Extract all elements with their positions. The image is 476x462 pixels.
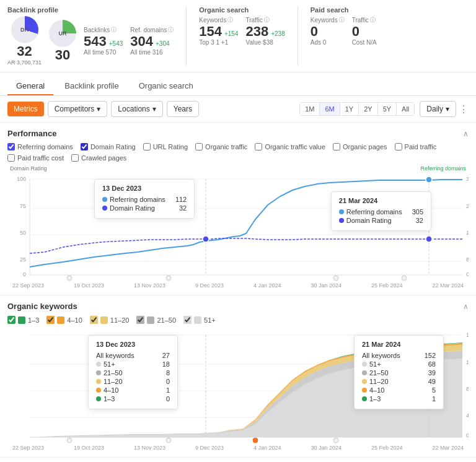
interval-button[interactable]: Daily ▾ — [420, 101, 456, 117]
ur-gauge-label: UR — [59, 30, 67, 37]
svg-text:80: 80 — [466, 386, 469, 392]
organic-traffic-sub: Value $38 — [245, 39, 273, 46]
refdomains-alltime: All time 316 — [130, 49, 162, 56]
paid-keywords-sub: Ads 0 — [311, 39, 327, 46]
performance-x-labels: 22 Sep 2023 19 Oct 2023 13 Nov 2023 9 De… — [7, 281, 469, 289]
performance-checkboxes-row2: Paid traffic cost Crawled pages — [7, 154, 469, 162]
backlink-profile-section: Backlink profile DR 32 AR 3,700,731 UR 3… — [7, 6, 187, 66]
cb-organic-traffic-value[interactable]: Organic traffic value — [255, 143, 325, 150]
kw-dot1-51plus — [96, 362, 101, 367]
cb-organic-traffic[interactable]: Organic traffic — [195, 143, 247, 150]
cb-url-rating-label: URL Rating — [153, 143, 188, 150]
svg-text:180: 180 — [466, 332, 469, 338]
time-5y-button[interactable]: 5Y — [378, 103, 397, 115]
paid-traffic-stat: Traffic ⓘ 0 Cost N/A — [352, 16, 377, 46]
time-1y-button[interactable]: 1Y — [340, 103, 359, 115]
dr-gauge-label: DR — [20, 27, 29, 33]
kw-cb-4-10[interactable]: 4–10 — [46, 316, 82, 324]
cb-paid-traffic-cost[interactable]: Paid traffic cost — [7, 154, 64, 162]
keywords-x-labels: 22 Sep 2023 19 Oct 2023 13 Nov 2023 9 De… — [7, 443, 469, 451]
svg-text:0: 0 — [23, 271, 26, 277]
organic-keywords-chart: 180 120 80 40 0 — [7, 329, 469, 443]
toolbar-left: Metrics Competitors ▾ Locations ▾ Years — [7, 101, 199, 117]
organic-keywords-collapse-icon[interactable]: ∧ — [463, 302, 469, 311]
organic-keywords-value: 154 — [199, 24, 222, 39]
backlinks-change: +543 — [109, 40, 123, 47]
kw-tooltip1-allkw: All keywords 27 — [96, 352, 170, 359]
paid-keywords-stat: Keywords ⓘ 0 Ads 0 — [311, 16, 345, 46]
svg-point-45 — [333, 438, 338, 443]
kw-cb-1-3[interactable]: 1–3 — [7, 316, 39, 324]
organic-keywords-section: Organic keywords ∧ 1–3 4–10 11–20 21–50 … — [0, 295, 476, 458]
perf-dot1-indigo — [102, 206, 107, 211]
svg-point-19 — [426, 177, 432, 183]
backlink-stats-row: DR 32 AR 3,700,731 UR 30 Backlinks ⓘ — [7, 16, 174, 66]
paid-keywords-value: 0 — [311, 24, 318, 39]
kw-label-21-50: 21–50 — [157, 316, 176, 324]
paid-traffic-info-icon[interactable]: ⓘ — [370, 16, 376, 24]
cb-crawled-pages[interactable]: Crawled pages — [71, 154, 126, 162]
ur-gauge: UR — [49, 20, 76, 47]
keywords-tooltip2: 21 Mar 2024 All keywords 152 51+ 68 21–5… — [354, 335, 444, 409]
cb-url-rating[interactable]: URL Rating — [143, 143, 188, 150]
kw-dot1-4-10 — [96, 388, 101, 393]
svg-text:0: 0 — [466, 271, 469, 277]
organic-keywords-change: +154 — [224, 30, 239, 37]
competitors-button[interactable]: Competitors ▾ — [48, 101, 108, 117]
tab-backlink-profile[interactable]: Backlink profile — [56, 77, 127, 95]
performance-collapse-icon[interactable]: ∧ — [463, 129, 469, 138]
time-2y-button[interactable]: 2Y — [359, 103, 377, 115]
metrics-button[interactable]: Metrics — [7, 102, 44, 116]
cb-organic-pages[interactable]: Organic pages — [333, 143, 387, 150]
backlink-profile-title: Backlink profile — [7, 6, 174, 14]
backlinks-info-icon[interactable]: ⓘ — [111, 26, 117, 34]
kw-tooltip1-1-3: 1–3 0 — [96, 395, 170, 403]
kw-tooltip2-1-3: 1–3 1 — [362, 395, 436, 403]
perf-tooltip2-date: 21 Mar 2024 — [339, 197, 423, 204]
svg-text:0: 0 — [466, 432, 469, 438]
cb-organic-traffic-value-label: Organic traffic value — [265, 143, 325, 150]
tab-organic-search[interactable]: Organic search — [130, 77, 202, 95]
paid-traffic-value: 0 — [352, 24, 359, 39]
refdomains-value: 304 — [130, 34, 153, 49]
dr-value: 32 — [17, 45, 32, 58]
kw-swatch-1-3 — [18, 316, 25, 324]
svg-text:50: 50 — [20, 230, 26, 236]
paid-search-title: Paid search — [311, 6, 377, 14]
svg-text:320: 320 — [466, 176, 469, 182]
kw-cb-21-50[interactable]: 21–50 — [136, 316, 176, 324]
organic-keywords-info-icon[interactable]: ⓘ — [227, 16, 233, 24]
tab-general[interactable]: General — [7, 77, 53, 95]
locations-button[interactable]: Locations ▾ — [111, 101, 162, 117]
svg-text:40: 40 — [466, 412, 469, 419]
cb-domain-rating[interactable]: Domain Rating — [81, 143, 136, 150]
more-options-icon[interactable]: ⋮ — [459, 103, 469, 115]
kw-tooltip2-21-50: 21–50 39 — [362, 369, 436, 377]
keywords-tooltip1: 13 Dec 2023 All keywords 27 51+ 18 21–50… — [88, 335, 178, 409]
paid-keywords-info-icon[interactable]: ⓘ — [339, 16, 345, 24]
organic-stats-row: Keywords ⓘ 154 +154 Top 3 1 +1 Traffic ⓘ… — [199, 16, 285, 46]
time-all-button[interactable]: All — [397, 103, 414, 115]
interval-chevron-icon: ▾ — [446, 105, 449, 113]
perf-dot2-indigo — [339, 218, 344, 223]
years-button[interactable]: Years — [167, 101, 199, 117]
cb-paid-traffic[interactable]: Paid traffic — [395, 143, 437, 150]
performance-chart: 100 75 50 25 0 320 240 160 80 0 — [7, 173, 469, 281]
cb-referring-domains[interactable]: Referring domains — [7, 143, 73, 150]
refdomains-info-icon[interactable]: ⓘ — [168, 26, 174, 34]
svg-point-20 — [426, 236, 432, 242]
time-6m-button[interactable]: 6M — [320, 103, 340, 115]
time-1m-button[interactable]: 1M — [300, 103, 320, 115]
organic-search-title: Organic search — [199, 6, 285, 14]
organic-keywords-header: Organic keywords ∧ — [7, 302, 469, 311]
kw-cb-51plus[interactable]: 51+ — [183, 316, 216, 324]
toolbar: Metrics Competitors ▾ Locations ▾ Years … — [0, 96, 476, 123]
kw-cb-11-20[interactable]: 11–20 — [90, 316, 130, 324]
performance-section: Performance ∧ Referring domains Domain R… — [0, 123, 476, 295]
performance-tooltip2: 21 Mar 2024 Referring domains 305 Domain… — [331, 191, 431, 231]
svg-point-44 — [253, 438, 258, 443]
cb-paid-traffic-label: Paid traffic — [405, 143, 437, 150]
organic-traffic-stat: Traffic ⓘ 238 +238 Value $38 — [245, 16, 284, 46]
cb-organic-pages-label: Organic pages — [343, 143, 387, 150]
svg-text:80: 80 — [466, 256, 469, 263]
